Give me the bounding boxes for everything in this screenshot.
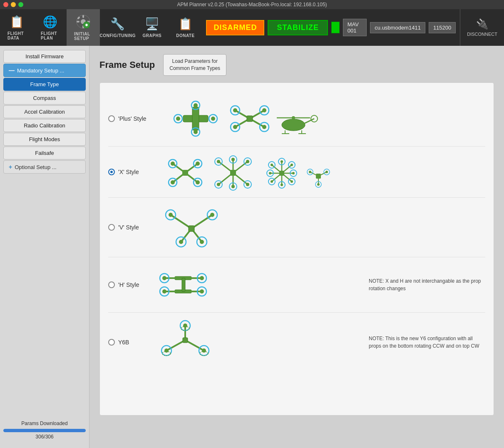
graphs-icon: 🖥️ <box>145 17 159 31</box>
title-bar: APM Planner v2.0.25 (Towahas-MacBook-Pro… <box>0 0 504 9</box>
svg-point-142 <box>183 324 187 328</box>
frame-type-button[interactable]: Frame Type <box>3 78 86 91</box>
svg-point-19 <box>194 130 198 134</box>
content-area: Frame Setup Load Parameters forCommon Fr… <box>89 46 504 448</box>
svg-point-108 <box>317 183 320 186</box>
svg-point-144 <box>164 348 169 353</box>
svg-point-119 <box>179 240 183 244</box>
plus-style-label: 'Plus' Style <box>108 115 150 122</box>
plus-icon: + <box>9 164 12 170</box>
svg-point-136 <box>200 289 204 294</box>
y6b-style-radio[interactable] <box>108 339 115 346</box>
svg-point-32 <box>262 125 266 129</box>
nav-graphs[interactable]: 🖥️ GRAPHS <box>135 9 169 46</box>
svg-point-37 <box>292 116 295 119</box>
svg-point-98 <box>269 172 271 174</box>
svg-point-90 <box>292 172 295 174</box>
svg-point-63 <box>217 160 220 163</box>
maximize-button[interactable] <box>18 2 23 7</box>
svg-point-86 <box>281 160 283 163</box>
minus-icon: — <box>9 67 15 74</box>
svg-rect-2 <box>82 15 84 18</box>
accel-calibration-button[interactable]: Accel Calibration <box>3 105 86 118</box>
nav-config-label: CONFIG/TUNING <box>100 33 136 38</box>
port-name: cu.usbmodem1411 <box>370 22 425 33</box>
svg-point-121 <box>200 240 204 244</box>
params-count: 306/306 <box>3 434 86 440</box>
v-style-radio[interactable] <box>108 224 115 231</box>
radio-calibration-button[interactable]: Radio Calibration <box>3 119 86 132</box>
v-drone-svg <box>158 204 225 250</box>
nav-initial-setup[interactable]: INITIAL SETUP <box>67 9 100 46</box>
svg-rect-102 <box>316 174 321 179</box>
nav-graphs-label: GRAPHS <box>143 33 162 38</box>
x-style-radio[interactable] <box>108 169 115 175</box>
status-bar: DISARMED STABILIZE MAV 001 cu.usbmodem14… <box>202 9 460 46</box>
flight-mode-status: STABILIZE <box>268 20 328 35</box>
minimize-button[interactable] <box>11 2 16 7</box>
x-style-label: 'X' Style <box>108 169 150 175</box>
svg-rect-4 <box>77 21 79 22</box>
nav-initial-setup-label: INITIAL SETUP <box>74 32 92 41</box>
disconnect-icon: 🔌 <box>476 18 489 30</box>
close-button[interactable] <box>3 2 8 7</box>
svg-point-48 <box>171 162 175 166</box>
window-title: APM Planner v2.0.25 (Towahas-MacBook-Pro… <box>177 2 327 7</box>
donate-icon: 📋 <box>178 17 193 31</box>
sidebar: Install Firmware — Mandatory Setup ... F… <box>0 46 89 448</box>
content-header: Frame Setup Load Parameters forCommon Fr… <box>99 54 494 76</box>
plus-style-radio[interactable] <box>108 115 115 122</box>
svg-point-130 <box>162 276 166 280</box>
baud-rate: 115200 <box>429 22 456 33</box>
config-icon: 🔧 <box>110 17 125 31</box>
nav-flight-plan[interactable]: 🌐 FLIGHT PLAN <box>33 9 67 46</box>
compass-button[interactable]: Compass <box>3 92 86 105</box>
nav-config-tuning[interactable]: 🔧 CONFIG/TUNING <box>100 9 135 46</box>
navbar: 📋 FLIGHT DATA 🌐 FLIGHT PLAN INITIAL SETU… <box>0 9 504 46</box>
nav-flight-plan-label: FLIGHT PLAN <box>41 31 59 40</box>
nav-flight-data-label: FLIGHT DATA <box>7 31 26 40</box>
svg-point-15 <box>211 117 215 121</box>
failsafe-button[interactable]: Failsafe <box>3 147 86 159</box>
mandatory-setup-header[interactable]: — Mandatory Setup ... <box>3 64 86 77</box>
svg-rect-113 <box>189 226 194 231</box>
frame-panel: 'Plus' Style <box>99 82 494 416</box>
frame-row-x: 'X' Style <box>108 147 485 198</box>
h-style-radio[interactable] <box>108 281 115 288</box>
y6b-drone-svg <box>158 319 212 365</box>
svg-point-132 <box>200 276 204 280</box>
svg-point-17 <box>194 103 198 107</box>
svg-point-69 <box>217 183 220 186</box>
nav-flight-data[interactable]: 📋 FLIGHT DATA <box>0 9 33 46</box>
disconnect-label: DISCONNECT <box>467 32 497 37</box>
initial-setup-icon <box>76 14 91 29</box>
frame-row-h: 'H' Style <box>108 257 485 313</box>
svg-point-84 <box>271 164 273 166</box>
frame-row-y6b: Y6B <box>108 313 485 372</box>
disconnect-button[interactable]: 🔌 DISCONNECT <box>460 9 504 46</box>
nav-donate[interactable]: 📋 DONATE <box>169 9 202 46</box>
load-params-button[interactable]: Load Parameters forCommon Frame Types <box>163 54 226 76</box>
h-style-note: NOTE: X and H are not interchangable as … <box>369 277 485 292</box>
flight-modes-button[interactable]: Flight Modes <box>3 133 86 146</box>
page-title: Frame Setup <box>99 60 155 70</box>
load-params-label: Load Parameters forCommon Frame Types <box>169 58 220 71</box>
svg-point-115 <box>169 213 173 217</box>
mav-id: MAV 001 <box>343 19 367 36</box>
svg-rect-82 <box>279 171 284 176</box>
optional-setup-header[interactable]: + Optional Setup ... <box>3 160 86 174</box>
svg-rect-11 <box>192 107 199 130</box>
svg-point-50 <box>196 162 200 166</box>
svg-line-137 <box>166 340 185 351</box>
nav-donate-label: DONATE <box>176 33 194 38</box>
install-firmware-button[interactable]: Install Firmware <box>3 50 86 63</box>
svg-point-26 <box>233 108 237 112</box>
svg-point-104 <box>309 171 311 173</box>
svg-point-28 <box>262 108 266 112</box>
svg-rect-140 <box>183 338 188 343</box>
x-style-diagram <box>158 153 485 191</box>
y6b-style-label: Y6B <box>108 339 150 346</box>
h-style-label: 'H' Style <box>108 281 150 288</box>
svg-point-52 <box>171 180 175 184</box>
h-drone-svg <box>158 264 208 306</box>
